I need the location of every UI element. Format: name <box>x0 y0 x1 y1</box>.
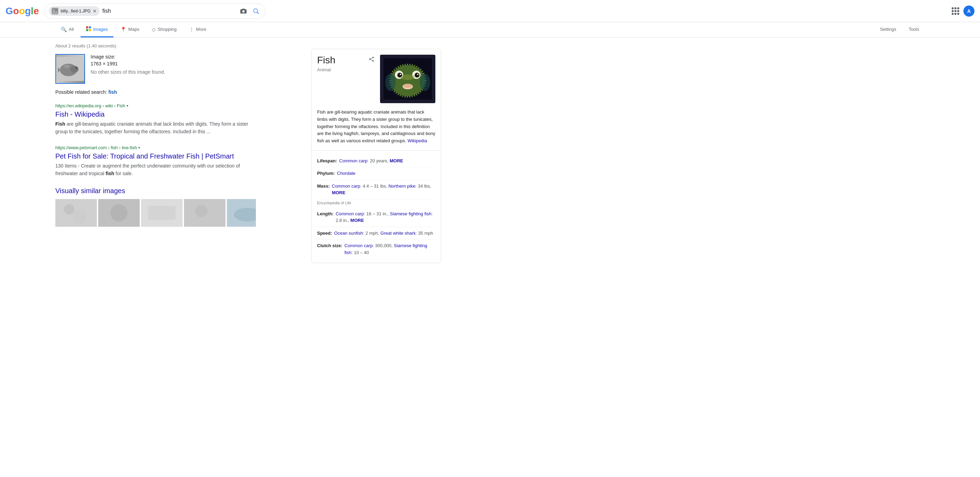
search-button[interactable] <box>251 6 261 16</box>
fact-label-lifespan: Lifespan: <box>317 158 337 164</box>
similar-images-grid <box>55 199 256 227</box>
phylum-chordate-link[interactable]: Chordate <box>337 171 355 176</box>
fact-value-phylum: Chordate <box>337 170 355 177</box>
similar-thumb-4[interactable] <box>184 199 226 227</box>
knowledge-title: Fish <box>317 55 363 66</box>
fact-speed: Speed: Ocean sunfish: 2 mph, Great white… <box>317 227 435 240</box>
google-logo[interactable]: Google <box>6 6 39 17</box>
fact-label-mass: Mass: <box>317 183 330 190</box>
apps-grid-icon[interactable] <box>951 7 959 15</box>
svg-point-15 <box>110 204 127 222</box>
fact-value-clutch: Common carp: 300,000, Siamese fighting f… <box>344 242 435 256</box>
tab-more[interactable]: ⋮ More <box>184 22 212 37</box>
more-icon: ⋮ <box>189 27 194 32</box>
search-input[interactable] <box>102 8 236 14</box>
header: Google billy...fied-1.JPG ✕ <box>0 0 980 22</box>
result-title-1[interactable]: Fish - Wikipedia <box>55 110 256 119</box>
svg-point-9 <box>75 67 78 69</box>
fact-clutch-size: Clutch size: Common carp: 300,000, Siame… <box>317 239 435 258</box>
chip-filename: billy...fied-1.JPG <box>60 9 90 13</box>
svg-point-10 <box>64 65 70 68</box>
tab-shopping[interactable]: ◇ Shopping <box>146 22 182 37</box>
image-dimensions: 1763 × 1991 <box>91 61 165 67</box>
visually-similar-section: Visually similar images <box>55 187 256 227</box>
left-content: About 2 results (1.40 seconds) Image siz… <box>0 38 311 269</box>
fact-phylum: Phylum: Chordate <box>317 167 435 180</box>
svg-point-34 <box>403 84 412 87</box>
thumbnail-image <box>56 55 84 83</box>
speed-great-white-link[interactable]: Great white shark <box>380 231 416 236</box>
result-url-green-1: https://en.wikipedia.org › wiki › Fish ▾ <box>55 103 256 108</box>
svg-point-8 <box>70 66 78 73</box>
uploaded-file-chip[interactable]: billy...fied-1.JPG ✕ <box>49 6 99 16</box>
tab-maps[interactable]: 📍 Maps <box>115 22 145 37</box>
similar-thumb-5[interactable] <box>227 199 256 227</box>
wikipedia-link[interactable]: Wikipedia <box>408 138 427 143</box>
related-search-link[interactable]: fish <box>108 89 117 95</box>
knowledge-title-area: Fish Animal <box>317 55 363 72</box>
svg-rect-3 <box>89 26 91 29</box>
svg-point-12 <box>64 204 74 215</box>
mass-common-carp-link[interactable]: Common carp <box>332 183 360 189</box>
lifespan-more-link[interactable]: MORE <box>390 158 403 163</box>
search-icons <box>238 6 261 16</box>
similar-thumb-3[interactable] <box>141 199 183 227</box>
svg-point-25 <box>390 65 425 96</box>
clutch-common-carp-link[interactable]: Common carp <box>344 243 373 248</box>
image-info: Image size: 1763 × 1991 No other sizes o… <box>91 54 165 75</box>
share-button[interactable] <box>367 55 376 65</box>
fact-label-phylum: Phylum: <box>317 170 335 177</box>
svg-point-32 <box>417 74 418 75</box>
svg-point-19 <box>195 205 207 217</box>
svg-rect-4 <box>86 29 88 31</box>
search-bar: billy...fied-1.JPG ✕ <box>44 3 266 19</box>
chip-thumbnail <box>51 8 59 14</box>
knowledge-subtitle: Animal <box>317 67 363 72</box>
svg-point-30 <box>415 73 420 78</box>
svg-point-31 <box>400 74 401 75</box>
mass-source: Encyclopedia of Life <box>317 199 435 208</box>
mass-more-link[interactable]: MORE <box>332 190 345 195</box>
user-avatar[interactable]: A <box>963 6 974 17</box>
length-siamese-link[interactable]: Siamese fighting fish <box>390 211 431 216</box>
image-thumbnail[interactable] <box>55 54 85 84</box>
camera-search-button[interactable] <box>238 6 249 16</box>
image-result-box: Image size: 1763 × 1991 No other sizes o… <box>55 54 256 84</box>
tab-tools[interactable]: Tools <box>903 22 925 37</box>
dropdown-arrow-icon-2[interactable]: ▾ <box>138 146 140 150</box>
similar-thumb-1[interactable] <box>55 199 97 227</box>
length-more-link[interactable]: MORE <box>350 218 364 223</box>
chip-close-icon[interactable]: ✕ <box>93 9 97 13</box>
shopping-icon: ◇ <box>152 27 156 32</box>
result-url-green-2: https://www.petsmart.com › fish › live-f… <box>55 145 256 150</box>
lifespan-common-carp-link[interactable]: Common carp <box>339 158 368 163</box>
similar-thumb-2[interactable] <box>98 199 140 227</box>
visually-similar-heading[interactable]: Visually similar images <box>55 187 256 195</box>
results-count: About 2 results (1.40 seconds) <box>55 43 256 48</box>
svg-rect-2 <box>86 26 88 29</box>
length-common-carp-link[interactable]: Common carp <box>336 211 364 216</box>
mass-northern-pike-link[interactable]: Northern pike <box>388 183 415 189</box>
svg-rect-17 <box>148 206 176 220</box>
fact-value-lifespan: Common carp: 20 years, MORE <box>339 158 403 164</box>
image-size-label: Image size: <box>91 54 165 59</box>
right-panel: Fish Animal <box>311 43 450 269</box>
fact-label-length: Length: <box>317 211 334 217</box>
result-title-2[interactable]: Pet Fish for Sale: Tropical and Freshwat… <box>55 152 256 161</box>
svg-point-35 <box>401 74 415 80</box>
fact-mass: Mass: Common carp: 4.4 – 31 lbs, Norther… <box>317 180 435 199</box>
fish-knowledge-image <box>380 55 435 103</box>
all-icon: 🔍 <box>61 27 67 32</box>
tab-settings[interactable]: Settings <box>875 22 902 37</box>
images-icon <box>86 26 91 32</box>
svg-point-36 <box>385 74 396 91</box>
knowledge-facts: Lifespan: Common carp: 20 years, MORE Ph… <box>312 151 441 263</box>
tab-images[interactable]: Images <box>81 22 113 37</box>
dropdown-arrow-icon[interactable]: ▾ <box>127 104 128 108</box>
knowledge-card-header: Fish Animal <box>312 49 441 103</box>
knowledge-card: Fish Animal <box>311 49 441 263</box>
speed-ocean-sunfish-link[interactable]: Ocean sunfish <box>334 231 363 236</box>
tab-all[interactable]: 🔍 All <box>55 22 79 37</box>
svg-point-13 <box>73 209 86 223</box>
fact-value-length: Common carp: 16 – 31 in., Siamese fighti… <box>336 211 435 224</box>
